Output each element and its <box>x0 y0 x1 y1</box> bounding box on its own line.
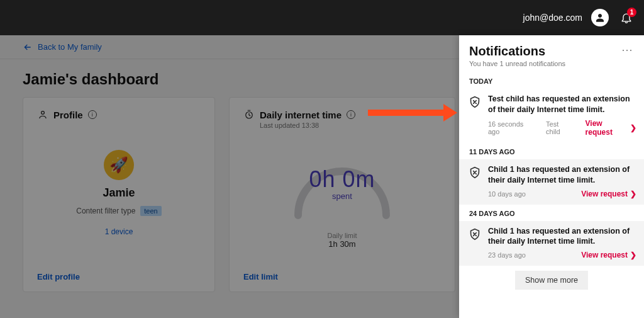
person-icon <box>594 12 606 23</box>
chevron-right-icon: ❯ <box>630 190 636 198</box>
panel-subtitle: You have 1 unread notifications <box>469 60 565 67</box>
user-email: john@doe.com <box>523 13 582 23</box>
shield-x-icon <box>468 227 482 241</box>
shield-x-icon <box>468 166 482 179</box>
view-request-link[interactable]: View request ❯ <box>581 251 636 259</box>
notification-item[interactable]: Child 1 has requested an extension of th… <box>459 159 644 205</box>
notifications-panel: Notifications You have 1 unread notifica… <box>459 35 644 318</box>
annotation-arrow <box>368 104 457 122</box>
view-request-link[interactable]: View request ❯ <box>586 119 636 137</box>
user-avatar[interactable] <box>591 9 609 26</box>
notification-title: Child 1 has requested an extension of th… <box>488 164 636 186</box>
notification-who: Test child <box>546 120 573 135</box>
notification-title: Test child has requested an extension of… <box>488 94 636 115</box>
notification-item[interactable]: Test child has requested an extension of… <box>459 89 644 143</box>
panel-title: Notifications <box>469 44 565 59</box>
chevron-right-icon: ❯ <box>630 123 636 132</box>
shield-x-icon <box>468 95 482 109</box>
notif-group-label: 11 DAYS AGO <box>459 143 644 159</box>
notification-time: 23 days ago <box>488 251 526 259</box>
notification-badge: 1 <box>627 8 636 17</box>
panel-more-icon[interactable]: ⋯ <box>621 44 634 55</box>
notification-title: Child 1 has requested an extension of th… <box>488 226 636 247</box>
notification-item[interactable]: Child 1 has requested an extension of th… <box>459 221 644 266</box>
notifications-bell[interactable]: 1 <box>618 10 633 25</box>
notif-group-label: 24 DAYS AGO <box>459 205 644 221</box>
notif-group-label: TODAY <box>459 72 644 89</box>
notification-time: 10 days ago <box>488 190 526 198</box>
view-request-link[interactable]: View request ❯ <box>581 190 636 198</box>
show-more-button[interactable]: Show me more <box>515 271 588 290</box>
notification-time: 16 seconds ago <box>488 120 533 135</box>
top-bar: john@doe.com 1 <box>0 0 644 35</box>
chevron-right-icon: ❯ <box>630 251 636 259</box>
